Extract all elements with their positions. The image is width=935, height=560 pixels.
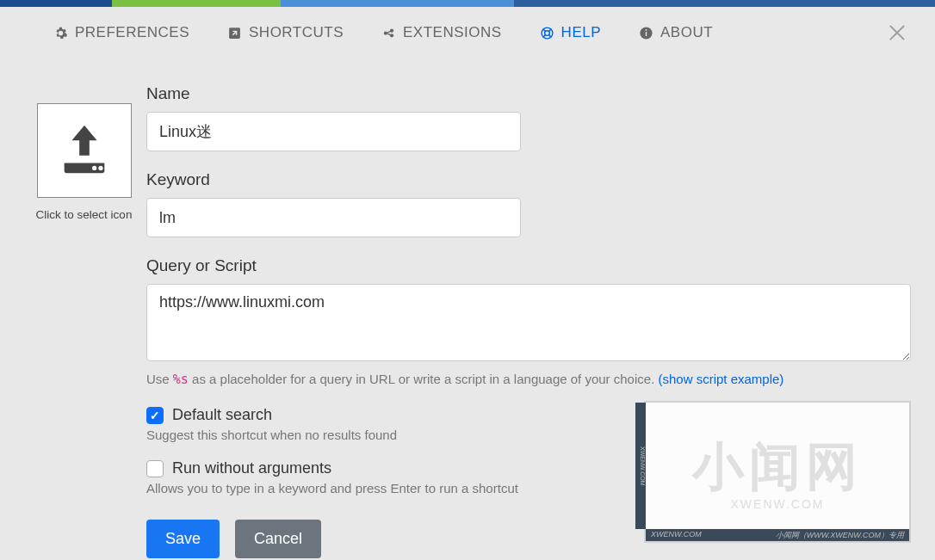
tab-preferences[interactable]: PREFERENCES	[34, 24, 208, 41]
hint-code: %s	[173, 372, 189, 387]
keyword-label: Keyword	[146, 170, 913, 189]
watermark-footer: XWENW.COM 小闻网（WWW.XWENW.COM）专用	[646, 529, 909, 541]
icon-selector[interactable]	[37, 103, 132, 198]
watermark-overlay: XWENW.COM 小闻网 XWENW.COM XWENW.COM 小闻网（WW…	[644, 401, 911, 543]
svg-point-5	[544, 30, 549, 35]
upload-icon	[54, 120, 115, 181]
hint-text-suffix: as a placeholder for a query in URL or w…	[189, 372, 659, 386]
lifebuoy-icon	[540, 26, 554, 40]
svg-point-8	[646, 29, 647, 31]
query-textarea[interactable]	[146, 284, 911, 361]
tab-label: SHORTCUTS	[249, 24, 344, 41]
svg-point-9	[92, 166, 96, 170]
gear-icon	[53, 26, 68, 40]
tab-help[interactable]: HELP	[521, 24, 620, 41]
tab-bar: PREFERENCES SHORTCUTS EXTENSIONS HELP AB…	[0, 7, 935, 58]
query-field-group: Query or Script Use %s as a placeholder …	[146, 256, 913, 387]
watermark-sub-text: XWENW.COM	[731, 497, 825, 511]
watermark-footer-left: XWENW.COM	[651, 530, 702, 540]
svg-point-1	[384, 31, 387, 34]
run-without-args-label: Run without arguments	[172, 459, 331, 477]
arrow-box-icon	[227, 26, 242, 40]
default-search-label: Default search	[172, 406, 272, 424]
tab-label: ABOUT	[660, 24, 713, 41]
show-script-example-link[interactable]: (show script example)	[658, 372, 783, 386]
name-label: Name	[146, 84, 913, 103]
tab-label: HELP	[561, 24, 601, 41]
tab-shortcuts[interactable]: SHORTCUTS	[208, 24, 362, 41]
puzzle-icon	[381, 26, 396, 40]
tab-about[interactable]: ABOUT	[620, 24, 732, 41]
watermark-footer-right: 小闻网（WWW.XWENW.COM）专用	[776, 530, 904, 540]
keyword-field-group: Keyword	[146, 170, 913, 237]
info-icon	[639, 26, 653, 40]
tab-extensions[interactable]: EXTENSIONS	[362, 24, 521, 41]
icon-selector-panel: Click to select icon	[22, 103, 146, 534]
save-button[interactable]: Save	[146, 520, 220, 558]
query-label: Query or Script	[146, 256, 913, 275]
keyword-input[interactable]	[146, 198, 521, 237]
svg-point-10	[98, 166, 102, 170]
query-hint: Use %s as a placeholder for a query in U…	[146, 372, 913, 387]
tab-label: PREFERENCES	[75, 24, 189, 41]
watermark-side-text: XWENW.COM	[635, 403, 646, 529]
close-button[interactable]	[885, 21, 909, 45]
run-without-args-checkbox[interactable]	[146, 460, 164, 477]
cancel-button[interactable]: Cancel	[235, 520, 321, 558]
watermark-main-text: 小闻网	[692, 433, 863, 502]
svg-rect-7	[646, 32, 647, 36]
name-field-group: Name	[146, 84, 913, 151]
tab-label: EXTENSIONS	[403, 24, 502, 41]
name-input[interactable]	[146, 112, 521, 151]
hint-text-prefix: Use	[146, 372, 173, 386]
icon-selector-caption: Click to select icon	[36, 208, 133, 221]
default-search-checkbox[interactable]	[146, 407, 164, 424]
top-accent-bar	[0, 0, 935, 7]
